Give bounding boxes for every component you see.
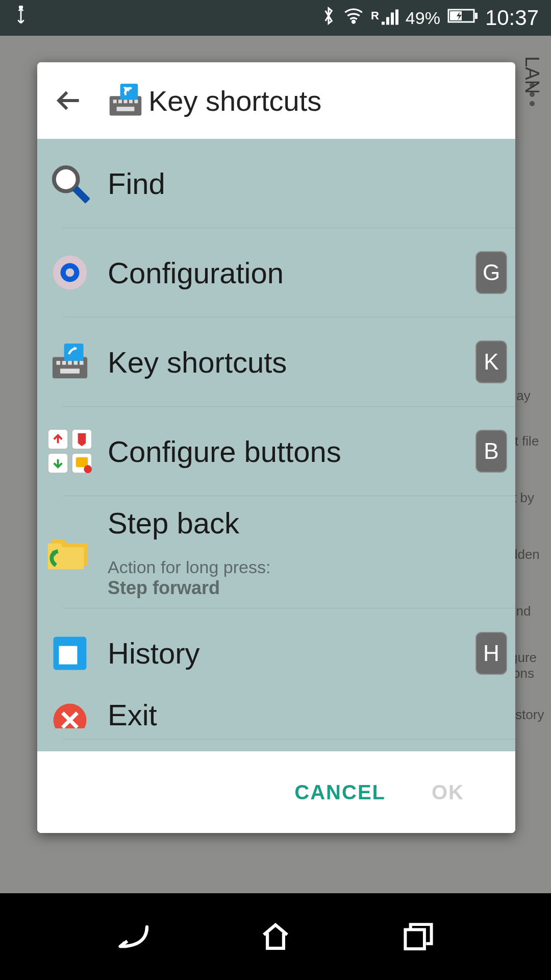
wifi-icon <box>343 7 364 29</box>
shortcut-row-key-shortcuts[interactable]: Key shortcuts K <box>63 317 515 407</box>
shortcut-label: Key shortcuts <box>108 345 475 379</box>
svg-line-14 <box>75 188 88 201</box>
usb-icon <box>12 6 30 30</box>
shortcut-row-history[interactable]: History H <box>63 608 515 698</box>
shortcut-row-configuration[interactable]: Configuration G <box>63 228 515 317</box>
svg-rect-23 <box>80 361 84 365</box>
svg-rect-8 <box>124 100 128 103</box>
svg-rect-25 <box>64 344 84 361</box>
svg-rect-3 <box>475 13 478 19</box>
key-badge-k: K <box>475 340 507 383</box>
key-badge-b: B <box>475 430 507 473</box>
gear-icon <box>44 247 95 298</box>
key-badge-h: H <box>475 632 507 675</box>
battery-icon <box>447 8 478 28</box>
history-icon <box>44 628 95 679</box>
shortcut-label: Find <box>108 166 507 201</box>
dialog-title: Key shortcuts <box>148 84 321 117</box>
svg-point-31 <box>84 465 92 473</box>
svg-rect-10 <box>134 100 138 103</box>
dialog-header: Key shortcuts <box>37 62 515 139</box>
nav-back-button[interactable] <box>112 916 153 957</box>
exit-icon <box>44 702 95 728</box>
system-nav-bar <box>0 893 551 980</box>
clock: 10:37 <box>485 6 539 30</box>
svg-rect-22 <box>74 361 78 365</box>
network-icon: R <box>371 9 398 27</box>
bluetooth-icon <box>321 6 336 30</box>
svg-point-34 <box>54 703 87 728</box>
svg-rect-6 <box>113 100 117 103</box>
shortcut-label: Exit <box>108 698 507 732</box>
svg-rect-11 <box>117 107 135 111</box>
long-press-action: Step forward <box>108 577 507 599</box>
svg-rect-7 <box>118 100 122 103</box>
buttons-grid-icon <box>44 426 95 477</box>
shortcut-label: Configure buttons <box>108 434 475 469</box>
folder-back-icon <box>44 527 95 578</box>
search-icon <box>44 158 95 209</box>
svg-point-13 <box>54 167 78 191</box>
shortcut-label: Configuration <box>108 256 475 290</box>
svg-rect-9 <box>129 100 133 103</box>
svg-rect-12 <box>120 84 138 100</box>
long-press-caption: Action for long press: <box>108 557 507 577</box>
shortcut-row-configure-buttons[interactable]: Configure buttons B <box>63 407 515 496</box>
svg-point-17 <box>66 268 74 277</box>
status-bar: R 49% 10:37 <box>0 0 551 36</box>
dialog-footer: CANCEL OK <box>37 751 515 833</box>
key-shortcuts-dialog: Key shortcuts Find Configuration G <box>37 62 515 833</box>
nav-recent-button[interactable] <box>398 916 439 957</box>
shortcut-row-step-back[interactable]: Step back Action for long press: Step fo… <box>63 496 515 608</box>
ok-button[interactable]: OK <box>432 781 464 804</box>
key-badge-g: G <box>475 251 507 294</box>
keyboard-shortcut-icon <box>44 336 95 387</box>
nav-home-button[interactable] <box>255 916 296 957</box>
shortcut-list[interactable]: Find Configuration G Key shortcuts K <box>37 139 515 751</box>
shortcut-label: Step back <box>108 506 507 540</box>
svg-rect-21 <box>68 361 72 365</box>
svg-rect-35 <box>405 929 424 949</box>
svg-point-1 <box>352 20 355 23</box>
svg-rect-33 <box>59 646 77 664</box>
shortcut-row-exit[interactable]: Exit <box>63 698 515 740</box>
shortcut-row-find[interactable]: Find <box>63 139 515 228</box>
svg-rect-20 <box>62 361 66 365</box>
svg-rect-19 <box>56 361 60 365</box>
svg-point-0 <box>19 6 22 9</box>
keyboard-shortcut-icon <box>108 83 143 118</box>
svg-rect-24 <box>60 369 80 373</box>
shortcut-label: History <box>108 636 475 670</box>
battery-percent: 49% <box>406 8 440 28</box>
back-button[interactable] <box>46 78 92 124</box>
cancel-button[interactable]: CANCEL <box>294 781 386 804</box>
